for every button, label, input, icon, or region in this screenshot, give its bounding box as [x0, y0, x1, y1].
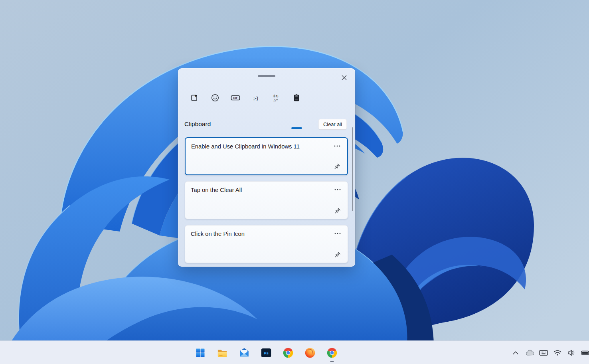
cloud-icon — [525, 350, 534, 356]
firefox-button[interactable] — [304, 347, 316, 358]
pin-icon — [334, 208, 341, 214]
touch-keyboard-button[interactable] — [539, 348, 548, 357]
clipboard-heart-icon: ♥ — [190, 93, 200, 103]
volume-button[interactable] — [567, 348, 576, 357]
firefox-icon — [304, 347, 316, 358]
chrome-icon — [326, 347, 338, 358]
tab-most-recently-used[interactable]: ♥ — [187, 90, 202, 105]
clipboard-item-text: Click on the Pin Icon — [191, 231, 328, 237]
tab-clipboard[interactable] — [289, 90, 304, 105]
gif-icon: GIF — [230, 93, 241, 103]
more-options-icon — [334, 145, 340, 147]
clear-all-button[interactable]: Clear all — [318, 119, 347, 130]
speaker-icon — [567, 350, 575, 356]
chrome-button[interactable] — [283, 347, 294, 358]
wifi-icon — [553, 350, 561, 356]
close-button[interactable] — [339, 72, 349, 83]
desktop: ♥ GIF ;-) — [0, 0, 589, 364]
symbols-icon: ※↻ △+ — [271, 93, 281, 103]
battery-icon — [581, 350, 589, 356]
scrollbar[interactable] — [352, 127, 353, 211]
svg-text:△+: △+ — [273, 98, 278, 102]
chrome-icon — [283, 347, 294, 358]
svg-text:GIF: GIF — [233, 96, 238, 100]
pin-icon — [334, 251, 341, 258]
more-options-icon — [334, 233, 341, 234]
tab-emoji[interactable] — [208, 90, 223, 105]
kaomoji-icon: ;-) — [250, 93, 261, 103]
emoji-icon — [210, 93, 220, 103]
photoshop-button[interactable]: Ps — [261, 347, 272, 358]
photoshop-icon: Ps — [261, 347, 272, 358]
clipboard-item[interactable]: Click on the Pin Icon — [185, 225, 348, 263]
battery-button[interactable] — [581, 348, 589, 357]
tab-kaomoji[interactable]: ;-) — [248, 90, 263, 105]
panel-title: Clipboard — [184, 121, 211, 128]
onedrive-button[interactable] — [525, 348, 534, 357]
pin-button[interactable] — [332, 206, 343, 216]
clipboard-icon — [292, 93, 301, 103]
chevron-up-icon — [512, 350, 519, 355]
more-options-button[interactable] — [332, 229, 343, 237]
pin-icon — [334, 163, 340, 170]
taskbar: Ps — [0, 340, 589, 364]
running-app-indicator — [330, 361, 334, 362]
wifi-button[interactable] — [553, 348, 562, 357]
tab-gif[interactable]: GIF — [228, 90, 243, 105]
clipboard-item-text: Enable and Use Clipboard in Windows 11 — [191, 143, 328, 150]
clipboard-item[interactable]: Enable and Use Clipboard in Windows 11 — [185, 137, 348, 175]
file-explorer-icon — [217, 347, 228, 358]
clipboard-items-list: Enable and Use Clipboard in Windows 11 T… — [185, 137, 348, 269]
pin-button[interactable] — [332, 250, 343, 259]
clipboard-item[interactable]: Tap on the Clear All — [185, 181, 348, 219]
clipboard-item-text: Tap on the Clear All — [191, 187, 328, 193]
show-hidden-icons-button[interactable] — [511, 348, 520, 357]
svg-text:♥: ♥ — [195, 93, 198, 98]
file-explorer-button[interactable] — [217, 347, 228, 358]
panel-header: Clipboard Clear all — [184, 118, 347, 130]
mail-icon — [239, 347, 250, 358]
taskbar-apps: Ps — [195, 341, 338, 364]
svg-text:Ps: Ps — [264, 351, 269, 355]
tab-symbols[interactable]: ※↻ △+ — [268, 90, 283, 105]
mail-button[interactable] — [239, 347, 250, 358]
windows-start-icon — [195, 347, 206, 358]
tab-strip: ♥ GIF ;-) — [178, 90, 355, 108]
more-options-button[interactable] — [332, 186, 343, 194]
system-tray — [511, 341, 588, 364]
svg-text:;-): ;-) — [253, 95, 258, 101]
more-options-button[interactable] — [332, 142, 342, 150]
chrome-active-button[interactable] — [326, 347, 338, 358]
keyboard-icon — [539, 350, 548, 356]
start-button[interactable] — [195, 347, 206, 358]
pin-button[interactable] — [332, 162, 342, 171]
clipboard-panel: ♥ GIF ;-) — [178, 68, 355, 267]
close-icon — [342, 75, 347, 80]
more-options-icon — [334, 189, 341, 190]
drag-handle[interactable] — [258, 75, 275, 77]
